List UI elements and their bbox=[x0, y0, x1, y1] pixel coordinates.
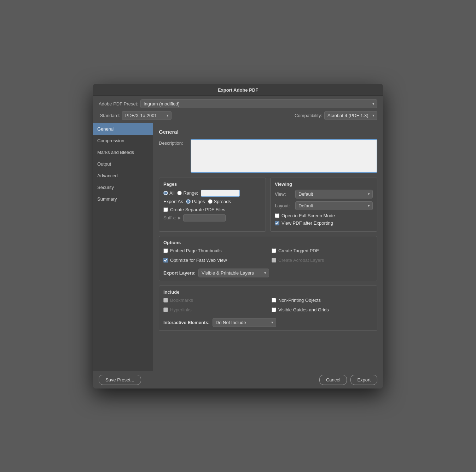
create-tagged-label[interactable]: Create Tagged PDF bbox=[278, 248, 319, 253]
range-label[interactable]: Range: bbox=[183, 190, 198, 196]
export-as-label: Export As bbox=[163, 199, 183, 204]
standard-group: Standard: PDF/X-1a:2001 bbox=[99, 111, 172, 120]
range-radio-group: Range: bbox=[177, 190, 198, 196]
bookmarks-row: Bookmarks bbox=[163, 298, 265, 303]
compat-label: Compatibility: bbox=[295, 113, 322, 118]
suffix-input[interactable] bbox=[183, 214, 226, 221]
open-fullscreen-row: Open in Full Screen Mode bbox=[275, 213, 373, 218]
description-textarea[interactable] bbox=[191, 139, 377, 173]
interactive-label: Interactive Elements: bbox=[163, 320, 210, 325]
embed-thumbnails-checkbox[interactable] bbox=[163, 248, 168, 253]
hyperlinks-checkbox bbox=[163, 307, 168, 312]
range-input[interactable] bbox=[201, 190, 240, 197]
export-pages-label[interactable]: Pages bbox=[192, 199, 205, 204]
export-layers-label: Export Layers: bbox=[163, 270, 196, 276]
all-radio[interactable] bbox=[163, 191, 168, 195]
open-fullscreen-checkbox[interactable] bbox=[275, 213, 279, 218]
cancel-button[interactable]: Cancel bbox=[319, 375, 347, 385]
pages-title: Pages bbox=[163, 182, 261, 187]
export-spreads-label[interactable]: Spreads bbox=[214, 199, 231, 204]
suffix-label: Suffix: bbox=[163, 215, 176, 220]
panels-row: Pages All Range: Export As bbox=[159, 178, 377, 232]
create-acrobat-layers-checkbox bbox=[272, 258, 276, 263]
sidebar-item-summary[interactable]: Summary bbox=[93, 193, 153, 205]
pages-radio-row: All Range: bbox=[163, 190, 261, 197]
interactive-row: Interactive Elements: Do Not Include bbox=[163, 318, 373, 327]
sidebar-item-output[interactable]: Output bbox=[93, 158, 153, 170]
hyperlinks-row: Hyperlinks bbox=[163, 307, 265, 312]
pages-radio-group: Pages bbox=[186, 199, 205, 204]
description-label: Description: bbox=[159, 139, 191, 146]
view-row: View: Default bbox=[275, 190, 373, 198]
viewing-title: Viewing bbox=[275, 182, 373, 187]
layout-label: Layout: bbox=[275, 203, 292, 208]
hyperlinks-label: Hyperlinks bbox=[170, 307, 192, 312]
visible-guides-checkbox[interactable] bbox=[272, 307, 276, 312]
standard-row: Standard: PDF/X-1a:2001 Compatibility: A… bbox=[99, 111, 377, 120]
compatibility-select[interactable]: Acrobat 4 (PDF 1.3) bbox=[324, 111, 377, 120]
create-acrobat-layers-row: Create Acrobat Layers bbox=[272, 258, 373, 263]
save-preset-button[interactable]: Save Preset... bbox=[99, 375, 141, 385]
sidebar-item-security[interactable]: Security bbox=[93, 182, 153, 193]
bottom-right-buttons: Cancel Export bbox=[319, 375, 377, 385]
range-radio[interactable] bbox=[177, 191, 182, 195]
all-label[interactable]: All bbox=[169, 190, 174, 196]
preset-row: Adobe PDF Preset: Ingram (modified) bbox=[99, 99, 377, 108]
sidebar-item-marksbleeds[interactable]: Marks and Bleeds bbox=[93, 146, 153, 158]
preset-label: Adobe PDF Preset: bbox=[99, 101, 138, 107]
layout-row: Layout: Default bbox=[275, 201, 373, 210]
options-panel: Options Embed Page Thumbnails Create Tag… bbox=[159, 236, 377, 281]
non-printing-label[interactable]: Non-Printing Objects bbox=[278, 298, 321, 303]
optimize-fastweb-row: Optimize for Fast Web View bbox=[163, 258, 265, 263]
include-panel: Include Bookmarks Non-Printing Objects H… bbox=[159, 286, 377, 331]
dialog-title: Export Adobe PDF bbox=[218, 87, 258, 93]
content-area: General Description: Pages All bbox=[153, 123, 383, 371]
create-tagged-row: Create Tagged PDF bbox=[272, 248, 373, 253]
sidebar-item-compression[interactable]: Compression bbox=[93, 135, 153, 146]
bottom-bar: Save Preset... Cancel Export bbox=[93, 371, 383, 388]
spreads-radio-group: Spreads bbox=[208, 199, 231, 204]
bookmarks-label: Bookmarks bbox=[170, 298, 193, 303]
layout-select[interactable]: Default bbox=[295, 201, 373, 210]
create-separate-label[interactable]: Create Separate PDF Files bbox=[170, 207, 225, 212]
export-pages-radio[interactable] bbox=[186, 199, 191, 204]
view-after-export-checkbox[interactable] bbox=[275, 221, 279, 225]
title-bar: Export Adobe PDF bbox=[93, 84, 383, 96]
non-printing-row: Non-Printing Objects bbox=[272, 298, 373, 303]
create-acrobat-layers-label: Create Acrobat Layers bbox=[278, 258, 324, 263]
create-separate-row: Create Separate PDF Files bbox=[163, 207, 261, 212]
preset-select[interactable]: Ingram (modified) bbox=[140, 99, 377, 108]
export-spreads-radio[interactable] bbox=[208, 199, 213, 204]
description-row: Description: bbox=[159, 139, 377, 173]
options-grid: Embed Page Thumbnails Create Tagged PDF … bbox=[163, 248, 373, 265]
export-layers-select[interactable]: Visible & Printable Layers bbox=[198, 269, 269, 277]
optimize-fastweb-checkbox[interactable] bbox=[163, 258, 168, 263]
sidebar: General Compression Marks and Bleeds Out… bbox=[93, 123, 153, 371]
standard-select[interactable]: PDF/X-1a:2001 bbox=[122, 111, 172, 120]
create-tagged-checkbox[interactable] bbox=[272, 248, 276, 253]
export-as-row: Export As Pages Spreads bbox=[163, 199, 261, 204]
view-after-export-label[interactable]: View PDF after Exporting bbox=[281, 220, 333, 226]
export-pdf-dialog: Export Adobe PDF Adobe PDF Preset: Ingra… bbox=[93, 84, 383, 388]
visible-guides-label[interactable]: Visible Guides and Grids bbox=[278, 307, 329, 312]
pages-panel: Pages All Range: Export As bbox=[159, 178, 266, 232]
all-radio-group: All bbox=[163, 190, 174, 196]
compatibility-group: Compatibility: Acrobat 4 (PDF 1.3) bbox=[295, 111, 377, 120]
view-select[interactable]: Default bbox=[295, 190, 373, 198]
embed-thumbnails-label[interactable]: Embed Page Thumbnails bbox=[170, 248, 222, 253]
options-title: Options bbox=[163, 240, 373, 245]
export-button[interactable]: Export bbox=[350, 375, 377, 385]
top-controls: Adobe PDF Preset: Ingram (modified) Stan… bbox=[93, 96, 383, 123]
sidebar-item-advanced[interactable]: Advanced bbox=[93, 170, 153, 182]
view-label: View: bbox=[275, 191, 292, 197]
interactive-select[interactable]: Do Not Include bbox=[213, 318, 276, 327]
suffix-arrow-icon: ▶ bbox=[178, 216, 181, 220]
include-title: Include bbox=[163, 289, 373, 295]
sidebar-item-general[interactable]: General bbox=[93, 123, 153, 135]
optimize-fastweb-label[interactable]: Optimize for Fast Web View bbox=[170, 258, 227, 263]
non-printing-checkbox[interactable] bbox=[272, 298, 276, 303]
create-separate-checkbox[interactable] bbox=[163, 207, 168, 212]
bookmarks-checkbox bbox=[163, 298, 168, 303]
open-fullscreen-label[interactable]: Open in Full Screen Mode bbox=[281, 213, 335, 218]
include-grid: Bookmarks Non-Printing Objects Hyperlink… bbox=[163, 298, 373, 315]
